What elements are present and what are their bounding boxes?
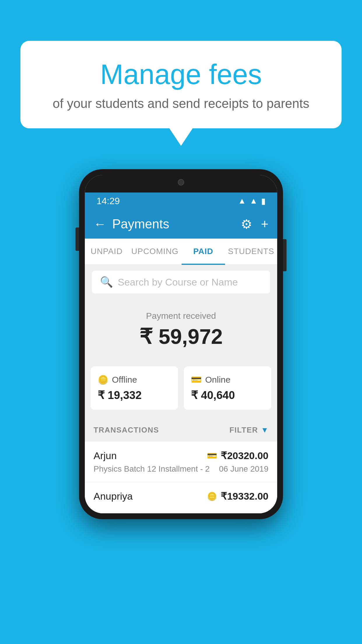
transaction-top-2: Anupriya 🪙 ₹19332.00 bbox=[94, 490, 268, 502]
transaction-amount-container-1: 💳 ₹20320.00 bbox=[207, 450, 268, 461]
phone-outer: 14:29 ▲ ▲ ▮ ← Payments ⚙ + UNPAID UPCO bbox=[79, 169, 283, 519]
payment-received-section: Payment received ₹ 59,972 bbox=[85, 299, 277, 366]
transaction-top-1: Arjun 💳 ₹20320.00 bbox=[94, 450, 268, 461]
speech-bubble-subtitle: of your students and send receipts to pa… bbox=[44, 96, 318, 111]
offline-card: 🪙 Offline ₹ 19,332 bbox=[91, 366, 178, 410]
speech-bubble: Manage fees of your students and send re… bbox=[20, 41, 342, 128]
signal-icon: ▲ bbox=[249, 196, 258, 206]
camera-dot bbox=[178, 179, 184, 186]
add-icon[interactable]: + bbox=[261, 217, 268, 231]
filter-container[interactable]: FILTER ▼ bbox=[229, 426, 268, 435]
transaction-name-1: Arjun bbox=[94, 450, 117, 461]
transaction-date-1: 06 June 2019 bbox=[219, 464, 268, 474]
tabs-container: UNPAID UPCOMING PAID STUDENTS bbox=[85, 239, 277, 265]
table-row[interactable]: Anupriya 🪙 ₹19332.00 bbox=[85, 482, 277, 513]
gear-icon[interactable]: ⚙ bbox=[241, 217, 252, 232]
table-row[interactable]: Arjun 💳 ₹20320.00 Physics Batch 12 Insta… bbox=[85, 442, 277, 482]
transaction-cash-icon-2: 🪙 bbox=[207, 491, 217, 501]
offline-icon: 🪙 bbox=[98, 374, 108, 385]
transaction-card-icon-1: 💳 bbox=[207, 451, 217, 461]
tab-unpaid[interactable]: UNPAID bbox=[85, 239, 129, 264]
header-title: Payments bbox=[112, 217, 235, 231]
wifi-icon: ▲ bbox=[238, 196, 246, 206]
status-time: 14:29 bbox=[96, 196, 120, 206]
transactions-header: TRANSACTIONS FILTER ▼ bbox=[85, 419, 277, 442]
transaction-amount-container-2: 🪙 ₹19332.00 bbox=[207, 490, 268, 502]
payment-received-label: Payment received bbox=[91, 311, 271, 321]
transaction-bottom-1: Physics Batch 12 Installment - 2 06 June… bbox=[94, 464, 268, 474]
offline-card-header: 🪙 Offline bbox=[98, 374, 171, 385]
status-icons: ▲ ▲ ▮ bbox=[238, 196, 266, 206]
notch-cutout bbox=[155, 175, 207, 190]
phone-notch bbox=[85, 175, 277, 192]
online-amount: ₹ 40,640 bbox=[191, 389, 264, 402]
transactions-label: TRANSACTIONS bbox=[94, 426, 159, 435]
speech-bubble-container: Manage fees of your students and send re… bbox=[20, 41, 342, 146]
filter-label: FILTER bbox=[229, 426, 258, 435]
tab-paid[interactable]: PAID bbox=[182, 239, 225, 264]
online-icon: 💳 bbox=[191, 374, 202, 385]
speech-bubble-title: Manage fees bbox=[44, 58, 318, 90]
app-header: ← Payments ⚙ + bbox=[85, 209, 277, 239]
search-bar[interactable]: 🔍 Search by Course or Name bbox=[92, 271, 270, 293]
transaction-amount-1: ₹20320.00 bbox=[221, 450, 268, 461]
back-button[interactable]: ← bbox=[94, 217, 106, 231]
transaction-amount-2: ₹19332.00 bbox=[221, 490, 268, 502]
transaction-name-2: Anupriya bbox=[94, 491, 133, 502]
speech-bubble-arrow bbox=[169, 128, 193, 146]
status-bar: 14:29 ▲ ▲ ▮ bbox=[85, 192, 277, 209]
online-card: 💳 Online ₹ 40,640 bbox=[184, 366, 271, 410]
phone-screen: 14:29 ▲ ▲ ▮ ← Payments ⚙ + UNPAID UPCO bbox=[85, 175, 277, 513]
offline-label: Offline bbox=[112, 375, 137, 385]
online-card-header: 💳 Online bbox=[191, 374, 264, 385]
tab-upcoming[interactable]: UPCOMING bbox=[129, 239, 182, 264]
phone-container: 14:29 ▲ ▲ ▮ ← Payments ⚙ + UNPAID UPCO bbox=[79, 169, 283, 519]
transaction-course-1: Physics Batch 12 Installment - 2 bbox=[94, 464, 210, 474]
filter-icon: ▼ bbox=[261, 426, 268, 435]
search-placeholder: Search by Course or Name bbox=[118, 276, 238, 288]
search-container: 🔍 Search by Course or Name bbox=[85, 265, 277, 299]
offline-amount: ₹ 19,332 bbox=[98, 389, 171, 402]
tab-students[interactable]: STUDENTS bbox=[225, 239, 277, 264]
battery-icon: ▮ bbox=[261, 196, 266, 206]
payment-amount: ₹ 59,972 bbox=[91, 324, 271, 349]
header-icons: ⚙ + bbox=[241, 217, 268, 232]
search-icon: 🔍 bbox=[100, 276, 113, 288]
online-label: Online bbox=[205, 375, 231, 385]
payment-cards: 🪙 Offline ₹ 19,332 💳 Online ₹ 40,640 bbox=[85, 366, 277, 419]
